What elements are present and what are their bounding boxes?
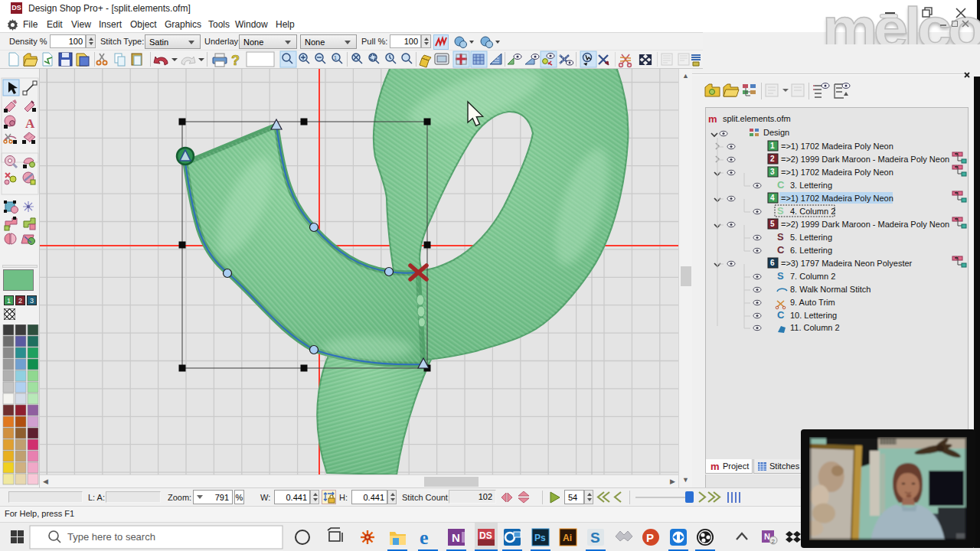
svg-text:10. Lettering: 10. Lettering — [790, 311, 837, 320]
svg-text:S: S — [777, 231, 784, 243]
svg-text:5: 5 — [770, 220, 775, 228]
svg-text:Ai: Ai — [563, 533, 572, 543]
svg-text:Ps: Ps — [534, 533, 546, 543]
svg-text:C: C — [777, 244, 785, 256]
svg-text:Design: Design — [763, 128, 789, 137]
svg-text:=>2) 1999 Dark Maroon - Madeir: =>2) 1999 Dark Maroon - Madeira Poly Neo… — [781, 155, 949, 164]
svg-text:A: A — [25, 116, 35, 131]
svg-text:=>1) 1702 Madeira Poly Neon: =>1) 1702 Madeira Poly Neon — [781, 142, 893, 151]
svg-text:Type here to search: Type here to search — [67, 531, 155, 543]
svg-text:S: S — [777, 205, 784, 217]
svg-text:=>2) 1999 Dark Maroon - Madeir: =>2) 1999 Dark Maroon - Madeira Poly Neo… — [781, 220, 949, 229]
svg-text:6. Lettering: 6. Lettering — [790, 246, 832, 255]
svg-text:9. Auto Trim: 9. Auto Trim — [790, 298, 835, 307]
svg-text:S: S — [590, 530, 600, 546]
svg-text:m: m — [708, 113, 717, 125]
svg-text:2: 2 — [772, 538, 776, 545]
svg-text:N: N — [452, 531, 460, 544]
svg-text:4. Column 2: 4. Column 2 — [790, 207, 835, 216]
svg-text:4: 4 — [770, 194, 775, 202]
svg-text:S: S — [777, 270, 784, 282]
svg-text:P: P — [646, 531, 654, 544]
svg-text:split.elements.ofm: split.elements.ofm — [723, 114, 791, 123]
svg-text:2: 2 — [770, 155, 775, 163]
svg-text:e: e — [420, 527, 429, 549]
svg-text:=>3) 1797 Madeira Neon Polyest: =>3) 1797 Madeira Neon Polyester — [781, 259, 913, 268]
svg-text:3. Lettering: 3. Lettering — [790, 181, 832, 190]
svg-text:6: 6 — [770, 259, 775, 267]
svg-text:1: 1 — [334, 55, 337, 60]
svg-text:7. Column 2: 7. Column 2 — [790, 272, 835, 281]
svg-text:1: 1 — [770, 142, 775, 150]
svg-text:11. Column 2: 11. Column 2 — [790, 323, 840, 332]
svg-text:DS: DS — [479, 530, 492, 541]
svg-text:3: 3 — [770, 168, 775, 176]
svg-text:?: ? — [231, 53, 240, 68]
svg-text:=>1) 1702 Madeira Poly Neon: =>1) 1702 Madeira Poly Neon — [781, 168, 893, 177]
svg-text:C: C — [777, 179, 785, 191]
svg-text:5. Lettering: 5. Lettering — [790, 233, 832, 242]
svg-text:=>1) 1702 Madeira Poly Neon: =>1) 1702 Madeira Poly Neon — [781, 194, 893, 203]
svg-text:8. Walk Normal Stitch: 8. Walk Normal Stitch — [790, 285, 871, 294]
svg-text:C: C — [777, 309, 785, 321]
